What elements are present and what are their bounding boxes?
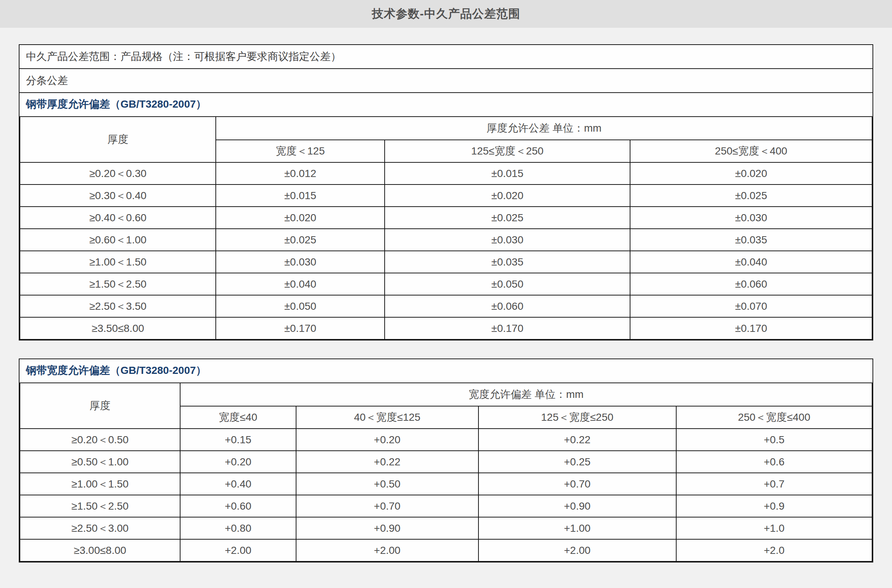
value-cell: +1.00 [478,517,676,539]
value-cell: +0.60 [180,495,296,517]
value-cell: +1.0 [676,517,872,539]
value-cell: +2.00 [180,539,296,561]
width-tolerance-table: 厚度宽度允许偏差 单位：mm宽度≤4040＜宽度≤125125＜宽度≤25025… [20,382,872,562]
page-title: 技术参数-中久产品公差范围 [372,6,520,22]
value-cell: +0.70 [296,495,478,517]
row-label-cell: ≥0.60＜1.00 [20,229,216,251]
value-cell: ±0.025 [216,229,385,251]
value-cell: +0.90 [296,517,478,539]
value-cell: ±0.060 [630,273,872,295]
value-cell: +0.80 [180,517,296,539]
column-header-cell: 40＜宽度≤125 [296,406,478,429]
row-label-cell: ≥1.00＜1.50 [20,251,216,273]
value-cell: ±0.040 [630,251,872,273]
column-header-cell: 250＜宽度≤400 [676,406,872,429]
value-cell: ±0.170 [216,317,385,339]
table-row: ≥0.20＜0.30±0.012±0.015±0.020 [20,162,872,184]
table-row: ≥3.00≤8.00+2.00+2.00+2.00+2.0 [20,539,872,561]
value-cell: ±0.050 [216,295,385,317]
row-label-cell: ≥3.00≤8.00 [20,539,180,561]
value-cell: ±0.020 [385,184,630,207]
row-label-cell: ≥1.50＜2.50 [20,273,216,295]
row-label-cell: ≥1.50＜2.50 [20,495,180,517]
width-table-heading: 钢带宽度允许偏差（GB/T3280-2007） [20,359,872,382]
column-header-cell: 125≤宽度＜250 [385,140,630,162]
group-header-cell: 厚度允许公差 单位：mm [216,117,872,140]
value-cell: +2.00 [296,539,478,561]
corner-header-cell: 厚度 [20,117,216,162]
row-label-cell: ≥2.50＜3.50 [20,295,216,317]
table-row: ≥2.50＜3.50±0.050±0.060±0.070 [20,295,872,317]
value-cell: +0.9 [676,495,872,517]
value-cell: +2.0 [676,539,872,561]
value-cell: +0.7 [676,473,872,495]
value-cell: +0.5 [676,429,872,451]
value-cell: +0.20 [296,429,478,451]
value-cell: ±0.012 [216,162,385,184]
value-cell: ±0.035 [630,229,872,251]
value-cell: +0.25 [478,451,676,473]
thickness-table-heading: 钢带厚度允许偏差（GB/T3280-2007） [20,93,872,116]
table-row: ≥1.50＜2.50+0.60+0.70+0.90+0.9 [20,495,872,517]
table-row: ≥3.50≤8.00±0.170±0.170±0.170 [20,317,872,339]
row-label-cell: ≥0.30＜0.40 [20,184,216,207]
page-header-bar: 技术参数-中久产品公差范围 [0,0,892,28]
table-row: ≥2.50＜3.00+0.80+0.90+1.00+1.0 [20,517,872,539]
value-cell: +0.40 [180,473,296,495]
value-cell: ±0.030 [385,229,630,251]
table-row: ≥0.20＜0.50+0.15+0.20+0.22+0.5 [20,429,872,451]
value-cell: ±0.020 [630,162,872,184]
row-label-cell: ≥3.50≤8.00 [20,317,216,339]
value-cell: +0.6 [676,451,872,473]
row-label-cell: ≥0.50＜1.00 [20,451,180,473]
value-cell: +0.50 [296,473,478,495]
table-row: ≥1.00＜1.50±0.030±0.035±0.040 [20,251,872,273]
value-cell: +2.00 [478,539,676,561]
value-cell: ±0.170 [385,317,630,339]
value-cell: +0.22 [478,429,676,451]
value-cell: ±0.025 [630,184,872,207]
table-row: ≥0.60＜1.00±0.025±0.030±0.035 [20,229,872,251]
table-row: ≥1.50＜2.50±0.040±0.050±0.060 [20,273,872,295]
tolerance-section-thickness: 中久产品公差范围：产品规格（注：可根据客户要求商议指定公差） 分条公差 钢带厚度… [19,44,873,340]
column-header-cell: 宽度＜125 [216,140,385,162]
intro-line-spec: 中久产品公差范围：产品规格（注：可根据客户要求商议指定公差） [20,45,872,69]
group-header-cell: 宽度允许偏差 单位：mm [180,383,872,406]
value-cell: ±0.020 [216,207,385,229]
table-row: ≥0.50＜1.00+0.20+0.22+0.25+0.6 [20,451,872,473]
value-cell: +0.70 [478,473,676,495]
value-cell: ±0.040 [216,273,385,295]
tolerance-section-width: 钢带宽度允许偏差（GB/T3280-2007） 厚度宽度允许偏差 单位：mm宽度… [19,358,873,562]
value-cell: ±0.050 [385,273,630,295]
row-label-cell: ≥0.20＜0.30 [20,162,216,184]
value-cell: ±0.030 [630,207,872,229]
value-cell: ±0.060 [385,295,630,317]
value-cell: +0.20 [180,451,296,473]
row-label-cell: ≥2.50＜3.00 [20,517,180,539]
column-header-cell: 250≤宽度＜400 [630,140,872,162]
value-cell: ±0.025 [385,207,630,229]
value-cell: +0.15 [180,429,296,451]
value-cell: +0.22 [296,451,478,473]
value-cell: ±0.015 [385,162,630,184]
value-cell: ±0.070 [630,295,872,317]
intro-line-slitting: 分条公差 [20,69,872,93]
row-label-cell: ≥0.20＜0.50 [20,429,180,451]
value-cell: ±0.015 [216,184,385,207]
table-row: ≥0.30＜0.40±0.015±0.020±0.025 [20,184,872,207]
value-cell: ±0.035 [385,251,630,273]
value-cell: ±0.170 [630,317,872,339]
corner-header-cell: 厚度 [20,383,180,429]
table-row: ≥1.00＜1.50+0.40+0.50+0.70+0.7 [20,473,872,495]
value-cell: +0.90 [478,495,676,517]
row-label-cell: ≥0.40＜0.60 [20,207,216,229]
column-header-cell: 宽度≤40 [180,406,296,429]
value-cell: ±0.030 [216,251,385,273]
column-header-cell: 125＜宽度≤250 [478,406,676,429]
row-label-cell: ≥1.00＜1.50 [20,473,180,495]
thickness-tolerance-table: 厚度厚度允许公差 单位：mm宽度＜125125≤宽度＜250250≤宽度＜400… [20,116,872,340]
table-row: ≥0.40＜0.60±0.020±0.025±0.030 [20,207,872,229]
